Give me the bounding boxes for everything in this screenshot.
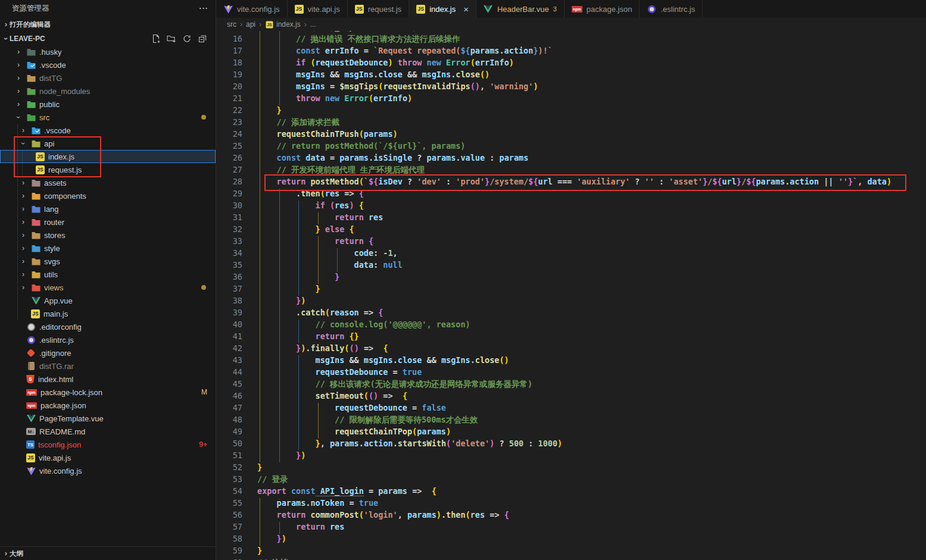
code-line-51[interactable]: 51 }) xyxy=(216,450,926,462)
code-line-56[interactable]: 56 return commonPost('login', params).th… xyxy=(216,510,926,522)
tree-item-stores[interactable]: ›stores xyxy=(0,229,216,242)
code-line-32[interactable]: 32 } else { xyxy=(216,224,926,236)
tree-item-vite.config.js[interactable]: vite.config.js xyxy=(0,464,216,477)
tree-item-.gitignore[interactable]: .gitignore xyxy=(0,346,216,359)
tree-item-index.html[interactable]: 5index.html xyxy=(0,373,216,386)
more-actions-icon[interactable]: ··· xyxy=(199,4,209,12)
code-line-40[interactable]: 40 // console.log('@@@@@@', reason) xyxy=(216,320,926,331)
code-line-29[interactable]: 29 .then(res => { xyxy=(216,189,926,201)
breadcrumb-item-...[interactable]: ... xyxy=(310,20,316,29)
new-folder-icon[interactable] xyxy=(167,34,176,43)
tree-item-assets[interactable]: ›assets xyxy=(0,176,216,189)
code-line-46[interactable]: 46 setTimeout(() => { xyxy=(216,391,926,403)
tree-item-.eslintrc.js[interactable]: .eslintrc.js xyxy=(0,333,216,346)
code-line-53[interactable]: 53// 登录 xyxy=(216,474,926,486)
code-line-22[interactable]: 22 } xyxy=(216,105,926,117)
code-line-47[interactable]: 47 requestDebounce = false xyxy=(216,403,926,415)
tree-item-package.json[interactable]: npmpackage.json xyxy=(0,399,216,412)
tab-vite.config.js[interactable]: vite.config.js xyxy=(216,0,288,18)
tab-index.js[interactable]: JSindex.js× xyxy=(409,0,476,18)
close-icon[interactable]: × xyxy=(463,4,469,14)
code-line-21[interactable]: 21 throw new Error(errInfo) xyxy=(216,93,926,105)
tree-item-style[interactable]: ›style xyxy=(0,242,216,255)
tree-item-.vscode[interactable]: ›.vscode xyxy=(0,124,216,137)
code-line-60[interactable]: 60// 注销 xyxy=(216,558,926,560)
code-line-25[interactable]: 25 // return postMethod(`/${url}`, param… xyxy=(216,141,926,153)
tree-item-vite.api.js[interactable]: JSvite.api.js xyxy=(0,451,216,464)
code-line-37[interactable]: 37 } xyxy=(216,284,926,296)
tree-item-src[interactable]: ›src xyxy=(0,111,216,124)
outline-section[interactable]: › 大纲 xyxy=(0,546,216,560)
tree-item-lang[interactable]: ›lang xyxy=(0,202,216,215)
breadcrumb-item-index.js[interactable]: JSindex.js xyxy=(265,20,301,29)
workspace-root-row[interactable]: › LEAVE-PC xyxy=(0,32,216,45)
tree-item-utils[interactable]: ›utils xyxy=(0,268,216,281)
code-line-34[interactable]: 34 code: -1, xyxy=(216,248,926,260)
tree-item-distTG.rar[interactable]: distTG.rar xyxy=(0,359,216,373)
tree-item-node_modules[interactable]: ›node_modules xyxy=(0,85,216,98)
tree-item-.vscode[interactable]: ›.vscode xyxy=(0,58,216,71)
code-line-52[interactable]: 52} xyxy=(216,462,926,474)
tree-item-request.js[interactable]: JSrequest.js xyxy=(0,163,216,176)
code-line-17[interactable]: 17 const errInfo = `Request repeated(${p… xyxy=(216,46,926,58)
code-line-43[interactable]: 43 msgIns && msgIns.close && msgIns.clos… xyxy=(216,355,926,367)
breadcrumb-item-src[interactable]: src xyxy=(227,20,236,29)
tree-item-index.js[interactable]: JSindex.js xyxy=(0,150,216,163)
code-line-35[interactable]: 35 data: null xyxy=(216,260,926,272)
tree-item-App.vue[interactable]: App.vue xyxy=(0,294,216,307)
code-editor[interactable]: 15 (`${url}_${params.action}`)16 // 抛出错误… xyxy=(216,31,926,560)
refresh-icon[interactable] xyxy=(182,34,192,43)
indent-guide xyxy=(260,355,260,367)
code-line-16[interactable]: 16 // 抛出错误 不然接口请求方法进行后续操作 xyxy=(216,34,926,46)
tree-item-router[interactable]: ›router xyxy=(0,215,216,229)
code-line-55[interactable]: 55 params.noToken = true xyxy=(216,498,926,510)
code-line-36[interactable]: 36 } xyxy=(216,272,926,284)
code-line-18[interactable]: 18 if (requestDebounce) throw new Error(… xyxy=(216,58,926,70)
tree-item-README.md[interactable]: M↓README.md xyxy=(0,425,216,438)
tab-vite.api.js[interactable]: JSvite.api.js xyxy=(288,0,348,18)
tab-.eslintrc.js[interactable]: .eslintrc.js xyxy=(640,0,703,18)
tree-item-api[interactable]: ›api xyxy=(0,137,216,150)
code-line-39[interactable]: 39 .catch(reason => { xyxy=(216,308,926,320)
code-line-41[interactable]: 41 return {} xyxy=(216,331,926,343)
code-line-59[interactable]: 59} xyxy=(216,546,926,558)
new-file-icon[interactable] xyxy=(151,34,161,43)
open-editors-section[interactable]: › 打开的编辑器 xyxy=(0,17,216,32)
code-line-33[interactable]: 33 return { xyxy=(216,236,926,248)
tab-package.json[interactable]: npmpackage.json xyxy=(565,0,640,18)
tab-HeaderBar.vue[interactable]: HeaderBar.vue3 xyxy=(476,0,565,18)
tree-item-svgs[interactable]: ›svgs xyxy=(0,255,216,268)
breadcrumb-item-api[interactable]: api xyxy=(246,20,255,29)
code-line-28[interactable]: 28 return postMethod(`${isDev ? 'dev' : … xyxy=(216,177,926,189)
code-line-49[interactable]: 49 requestChainTPop(params) xyxy=(216,427,926,439)
tree-item-.husky[interactable]: ›.husky xyxy=(0,45,216,58)
tree-item-distTG[interactable]: ›distTG xyxy=(0,71,216,85)
code-line-26[interactable]: 26 const data = params.isSingle ? params… xyxy=(216,153,926,165)
code-line-27[interactable]: 27 // 开发环境前端代理 生产环境后端代理 xyxy=(216,165,926,177)
code-line-30[interactable]: 30 if (res) { xyxy=(216,201,926,212)
code-line-44[interactable]: 44 requestDebounce = true xyxy=(216,367,926,379)
tree-item-PageTemplate.vue[interactable]: PageTemplate.vue xyxy=(0,412,216,425)
collapse-all-icon[interactable] xyxy=(198,34,207,43)
code-line-48[interactable]: 48 // 限制解除后需要等待500ms才会生效 xyxy=(216,415,926,427)
code-line-50[interactable]: 50 }, params.action.startsWith('delete')… xyxy=(216,439,926,450)
code-line-42[interactable]: 42 }).finally(() => { xyxy=(216,343,926,355)
tree-item-main.js[interactable]: JSmain.js xyxy=(0,307,216,320)
tree-item-package-lock.json[interactable]: npmpackage-lock.jsonM xyxy=(0,386,216,399)
tree-item-.editorconfig[interactable]: .editorconfig xyxy=(0,320,216,333)
code-line-31[interactable]: 31 return res xyxy=(216,212,926,224)
code-line-58[interactable]: 58 }) xyxy=(216,534,926,546)
code-line-57[interactable]: 57 return res xyxy=(216,522,926,534)
code-line-54[interactable]: 54export const API_login = params => { xyxy=(216,486,926,498)
code-line-23[interactable]: 23 // 添加请求拦截 xyxy=(216,117,926,129)
tree-item-components[interactable]: ›components xyxy=(0,189,216,202)
code-line-19[interactable]: 19 msgIns && msgIns.close && msgIns.clos… xyxy=(216,70,926,82)
code-line-20[interactable]: 20 msgIns = $msgTips(requestInvalidTips(… xyxy=(216,82,926,93)
tab-request.js[interactable]: JSrequest.js xyxy=(348,0,409,18)
tree-item-views[interactable]: ›views xyxy=(0,281,216,294)
code-line-38[interactable]: 38 }) xyxy=(216,296,926,308)
tree-item-public[interactable]: ›public xyxy=(0,98,216,111)
code-line-24[interactable]: 24 requestChainTPush(params) xyxy=(216,129,926,141)
tree-item-tsconfig.json[interactable]: TStsconfig.json9+ xyxy=(0,438,216,451)
code-line-45[interactable]: 45 // 移出该请求(无论是请求成功还是网络异常或服务器异常) xyxy=(216,379,926,391)
